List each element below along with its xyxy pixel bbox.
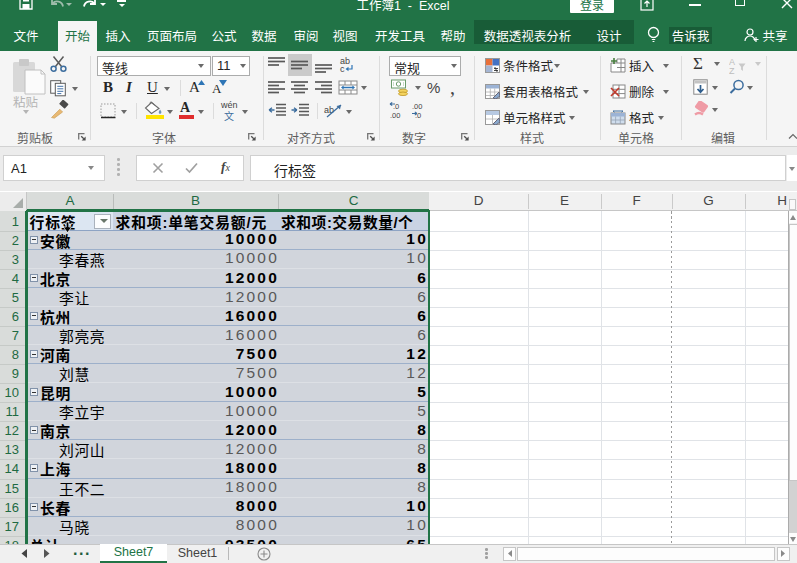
svg-text:Z: Z <box>729 66 735 75</box>
svg-text:ab: ab <box>324 105 334 115</box>
svg-text:.0: .0 <box>393 102 399 111</box>
svg-text:c: c <box>340 64 345 73</box>
svg-text:.00: .00 <box>390 111 400 119</box>
svg-text:.00: .00 <box>412 102 422 111</box>
